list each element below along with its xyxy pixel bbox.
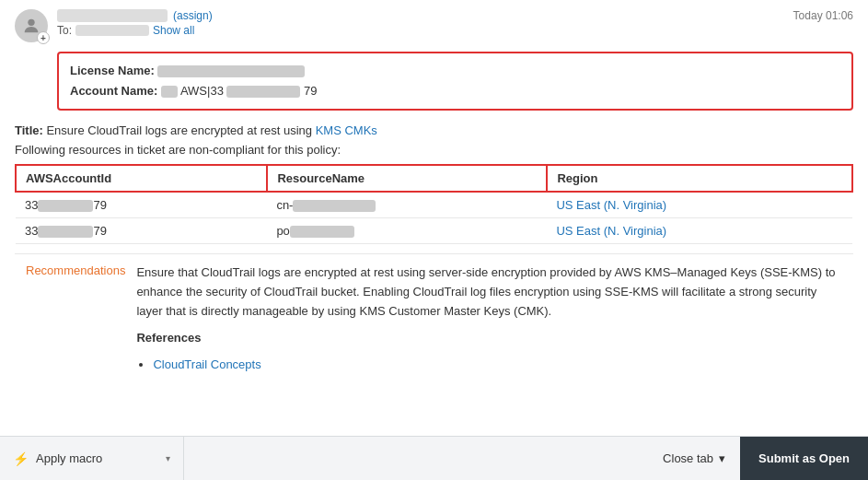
title-row: Title: Ensure CloudTrail logs are encryp…	[15, 123, 853, 137]
table-row: 33 79 cn- US East (N. Virginia)	[16, 192, 852, 218]
apply-macro-button[interactable]: ⚡ Apply macro ▾	[0, 437, 184, 480]
rec-label: Recommendations	[15, 263, 136, 374]
license-name-row: License Name:	[70, 61, 840, 81]
apply-macro-label: Apply macro	[36, 451, 158, 465]
title-text: Ensure CloudTrail logs are encrypted at …	[46, 123, 315, 137]
license-name-value	[157, 65, 305, 77]
account-blurred-2	[38, 226, 93, 238]
to-label: To:	[57, 24, 72, 37]
rec-body: Ensure that CloudTrail logs are encrypte…	[136, 263, 839, 321]
rec-content: Ensure that CloudTrail logs are encrypte…	[136, 263, 853, 374]
account-id-1: 33 79	[16, 192, 267, 218]
sender-info: (assign) To: Show all	[57, 9, 213, 37]
region-2: US East (N. Virginia)	[547, 218, 852, 244]
resource-name-2: po	[267, 218, 547, 244]
submit-button[interactable]: Submit as Open	[740, 437, 868, 480]
table-row: 33 79 po US East (N. Virginia)	[16, 218, 852, 244]
account-blurred-1	[38, 200, 93, 212]
resource-blurred-1	[293, 200, 376, 212]
account-name-row: Account Name: AWS|33 79	[70, 81, 840, 101]
resources-table: AWSAccountId ResourceName Region 33 79 c…	[15, 164, 853, 244]
col-header-account: AWSAccountId	[16, 165, 267, 192]
account-prefix	[161, 86, 178, 98]
chevron-down-icon: ▾	[166, 453, 170, 463]
timestamp: Today 01:06	[793, 9, 853, 22]
region-link-2[interactable]: US East (N. Virginia)	[556, 224, 666, 238]
avatar-plus-icon[interactable]: +	[37, 31, 50, 44]
assign-link[interactable]: (assign)	[173, 9, 213, 22]
license-name-label: License Name:	[70, 64, 155, 77]
lightning-icon: ⚡	[13, 451, 29, 466]
account-name-label: Account Name:	[70, 84, 157, 98]
references-label: References	[136, 329, 839, 348]
email-header-left: + (assign) To: Show all	[15, 9, 213, 42]
cloudtrail-concepts-link[interactable]: CloudTrail Concepts	[153, 357, 260, 371]
close-tab-button[interactable]: Close tab ▾	[648, 437, 740, 480]
svg-point-0	[28, 19, 34, 26]
to-row: To: Show all	[57, 24, 213, 37]
to-recipient	[75, 25, 149, 36]
region-link-1[interactable]: US East (N. Virginia)	[556, 198, 666, 212]
col-header-resource: ResourceName	[267, 165, 547, 192]
references-list: CloudTrail Concepts	[136, 356, 839, 375]
close-chevron-icon: ▾	[719, 451, 725, 465]
recommendations-section: Recommendations Ensure that CloudTrail l…	[15, 253, 853, 374]
kms-link[interactable]: KMS CMKs	[316, 123, 377, 137]
avatar: +	[15, 9, 48, 42]
sender-name	[57, 9, 168, 22]
policy-label: Following resources in ticket are non-co…	[15, 143, 853, 157]
close-tab-label: Close tab	[663, 451, 713, 465]
email-header: + (assign) To: Show all Today 01:06	[0, 0, 868, 48]
resource-name-1: cn-	[267, 192, 547, 218]
account-middle-blurred	[226, 86, 300, 98]
account-middle: AWS|33	[180, 84, 224, 98]
account-id-2: 33 79	[16, 218, 267, 244]
col-header-region: Region	[547, 165, 852, 192]
body-content: Title: Ensure CloudTrail logs are encryp…	[0, 120, 868, 378]
show-all-link[interactable]: Show all	[153, 24, 194, 37]
account-suffix: 79	[304, 84, 317, 98]
resource-blurred-2	[290, 226, 354, 238]
region-1: US East (N. Virginia)	[547, 192, 852, 218]
footer: ⚡ Apply macro ▾ Close tab ▾ Submit as Op…	[0, 436, 868, 480]
main-content: + (assign) To: Show all Today 01:06 Lice…	[0, 0, 868, 436]
list-item: CloudTrail Concepts	[153, 356, 839, 375]
sender-name-row: (assign)	[57, 9, 213, 22]
license-box: License Name: Account Name: AWS|33 79	[57, 52, 853, 111]
title-label: Title:	[15, 123, 43, 137]
